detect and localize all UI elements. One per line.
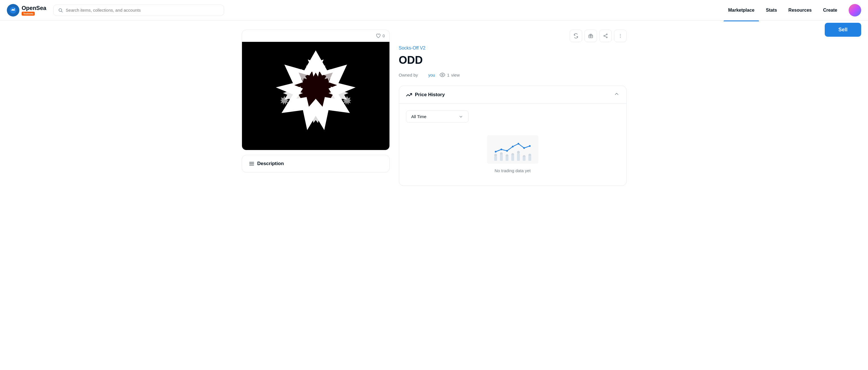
svg-point-0 xyxy=(14,8,15,9)
views-count: 1 xyxy=(447,72,449,78)
owned-by-label: Owned by xyxy=(399,72,418,78)
sell-area: Sell xyxy=(825,23,861,37)
svg-point-47 xyxy=(529,145,531,147)
views-label: view xyxy=(451,72,460,78)
gift-button[interactable] xyxy=(585,30,597,42)
svg-rect-34 xyxy=(494,156,497,161)
time-filter-label: All Time xyxy=(411,114,427,119)
action-row xyxy=(399,30,627,42)
ownership-row: Owned by you 1 view xyxy=(399,72,627,78)
svg-point-25 xyxy=(442,74,443,76)
nft-image xyxy=(242,42,390,150)
svg-point-46 xyxy=(523,147,525,149)
time-filter-select[interactable]: All Time xyxy=(406,111,469,123)
nft-card-top: 0 xyxy=(242,30,390,42)
nft-title: ODD xyxy=(399,54,627,66)
avatar[interactable] xyxy=(849,4,861,17)
svg-rect-39 xyxy=(523,157,526,161)
nav-create[interactable]: Create xyxy=(818,5,842,15)
like-area[interactable]: 0 xyxy=(376,33,385,38)
nav-links: Marketplace Stats Resources Create xyxy=(724,4,861,17)
search-icon xyxy=(58,8,63,13)
nft-card: 0 xyxy=(242,30,390,150)
svg-rect-38 xyxy=(517,153,520,161)
price-card-header: Price History xyxy=(399,86,626,103)
description-icon xyxy=(249,161,254,166)
svg-point-24 xyxy=(620,37,620,37)
nav-stats[interactable]: Stats xyxy=(761,5,781,15)
svg-point-43 xyxy=(506,150,508,152)
price-history-title: Price History xyxy=(415,92,445,98)
opensea-logo-icon xyxy=(7,4,19,17)
svg-point-27 xyxy=(494,154,497,157)
svg-point-44 xyxy=(512,146,514,148)
main-content: 0 xyxy=(235,21,633,195)
refresh-icon xyxy=(574,33,579,38)
refresh-button[interactable] xyxy=(570,30,582,42)
more-button[interactable] xyxy=(614,30,627,42)
svg-point-23 xyxy=(620,36,620,36)
chevron-down-icon xyxy=(459,115,463,119)
like-count: 0 xyxy=(383,34,385,38)
nav-resources[interactable]: Resources xyxy=(784,5,816,15)
svg-point-19 xyxy=(606,37,607,38)
nav-marketplace[interactable]: Marketplace xyxy=(724,5,759,15)
sell-button[interactable]: Sell xyxy=(825,23,861,37)
chart-empty-svg xyxy=(487,135,538,164)
logo-area[interactable]: OpenSea Testnets xyxy=(7,4,46,17)
views-wrap: 1 view xyxy=(439,72,460,78)
svg-point-17 xyxy=(606,34,607,35)
svg-line-20 xyxy=(604,35,606,36)
share-button[interactable] xyxy=(599,30,612,42)
right-panel: Socks-Off V2 ODD Owned by you 1 view xyxy=(399,30,627,186)
svg-rect-37 xyxy=(511,155,514,161)
price-history-collapse-button[interactable] xyxy=(614,91,619,98)
description-title: Description xyxy=(257,161,284,166)
gift-icon xyxy=(588,33,593,38)
chevron-up-icon xyxy=(614,91,619,97)
svg-rect-36 xyxy=(505,156,508,161)
left-panel: 0 xyxy=(242,30,390,186)
more-icon xyxy=(618,33,623,38)
logo-text: OpenSea xyxy=(22,5,46,11)
svg-point-45 xyxy=(518,143,519,145)
svg-rect-35 xyxy=(500,155,503,161)
description-header: Description xyxy=(249,161,383,166)
search-bar[interactable] xyxy=(53,5,224,16)
description-card: Description xyxy=(242,155,390,173)
price-card-body: All Time xyxy=(399,103,626,186)
price-history-card: Price History All Time xyxy=(399,86,627,186)
collection-name[interactable]: Socks-Off V2 xyxy=(399,45,627,51)
svg-point-18 xyxy=(603,35,604,36)
share-icon xyxy=(603,33,608,38)
no-data-text: No trading data yet xyxy=(495,168,531,173)
heart-icon xyxy=(376,33,381,38)
svg-point-42 xyxy=(500,149,502,150)
testnets-badge: Testnets xyxy=(22,12,35,16)
logo-text-wrap: OpenSea Testnets xyxy=(22,5,46,16)
eye-icon xyxy=(439,72,445,78)
svg-rect-40 xyxy=(528,156,531,161)
price-card-title: Price History xyxy=(406,92,445,98)
fractal-svg xyxy=(242,42,390,150)
svg-point-22 xyxy=(620,34,620,35)
search-input[interactable] xyxy=(66,8,219,12)
owner-link[interactable]: you xyxy=(428,72,435,78)
navbar: OpenSea Testnets Marketplace Stats Resou… xyxy=(0,0,868,21)
svg-line-21 xyxy=(604,36,606,37)
chart-placeholder: No trading data yet xyxy=(406,129,619,179)
svg-point-31 xyxy=(517,151,520,154)
trend-icon xyxy=(406,92,412,98)
svg-point-41 xyxy=(495,151,496,153)
